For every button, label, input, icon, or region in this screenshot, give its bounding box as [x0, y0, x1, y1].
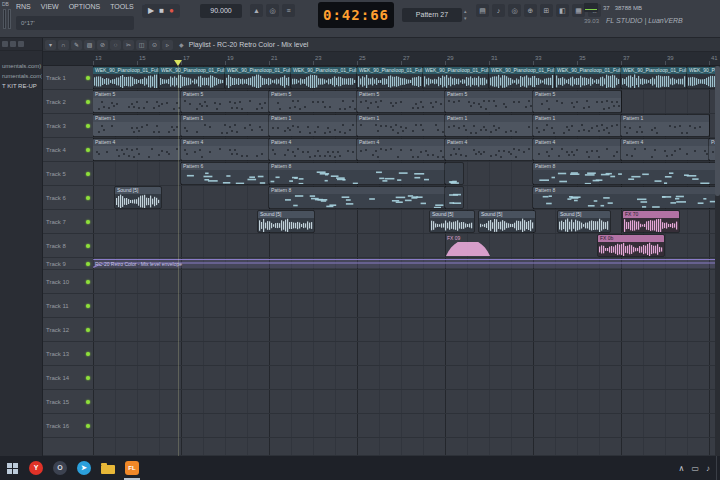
draw-tool-icon[interactable]: ✎: [71, 40, 82, 50]
track-header[interactable]: [43, 438, 93, 456]
magnet-icon[interactable]: ∩: [58, 40, 69, 50]
fl-studio-icon[interactable]: FL: [120, 456, 144, 480]
playlist-clip[interactable]: Pattern 1: [357, 115, 445, 136]
track-lane[interactable]: [93, 342, 720, 366]
track-lane[interactable]: WEK_90_Pianoloop_01_Full_EminWEK_90_Pian…: [93, 66, 720, 90]
playlist-clip[interactable]: Sound [5]: [258, 211, 314, 232]
multilink-icon[interactable]: ⊕: [524, 4, 537, 17]
playlist-clip[interactable]: FX 0b: [598, 235, 664, 256]
track-header[interactable]: Track 8: [43, 234, 93, 258]
track-mute-led-icon[interactable]: [86, 100, 90, 104]
track-header[interactable]: Track 1: [43, 66, 93, 90]
playlist-clip[interactable]: Pattern 4: [533, 139, 621, 160]
track-header[interactable]: Track 9: [43, 258, 93, 270]
playlist-clip[interactable]: WEK_90_Pianoloop_01_Full_Emin: [93, 67, 159, 88]
midi-icon[interactable]: ♪: [492, 4, 505, 17]
track-lane[interactable]: [93, 294, 720, 318]
playlist-clip[interactable]: Pattern 4: [445, 139, 533, 160]
playlist-clip[interactable]: WEK_90_Pianoloop_01_Full_Emin: [159, 67, 225, 88]
wait-input-icon[interactable]: ◎: [266, 4, 279, 17]
playlist-titlebar[interactable]: ▾∩✎▨⊘◌✂◫⊙▹ ◆ Playlist - RC-20 Retro Colo…: [43, 38, 720, 52]
track-mute-led-icon[interactable]: [86, 148, 90, 152]
track-lane[interactable]: [93, 414, 720, 438]
record-button[interactable]: ●: [169, 4, 174, 18]
playlist-clip[interactable]: Pattern 5: [445, 91, 533, 112]
track-header[interactable]: Track 13: [43, 342, 93, 366]
track-mute-led-icon[interactable]: [86, 352, 90, 356]
track-lane[interactable]: Sound [5]Sound [5]Sound [5]Sound [5]FX 7…: [93, 210, 720, 234]
track-header[interactable]: Track 7: [43, 210, 93, 234]
menu-item-rns[interactable]: RNS: [16, 3, 31, 10]
playlist-clip[interactable]: Pattern 5: [533, 91, 621, 112]
playlist-clip[interactable]: Pattern 5: [357, 91, 445, 112]
tray-volume-icon[interactable]: ♪: [706, 464, 710, 473]
playlist-clip[interactable]: Pattern 5: [269, 91, 357, 112]
playlist-clip[interactable]: Pattern 6: [181, 163, 269, 184]
playlist-clip[interactable]: Pattern 1: [269, 115, 357, 136]
playlist-clip[interactable]: Pattern 4: [93, 139, 181, 160]
playlist-clip[interactable]: Pattern 5: [181, 91, 269, 112]
tray-expand-icon[interactable]: ∧: [679, 464, 685, 473]
track-header[interactable]: Track 5: [43, 162, 93, 186]
telegram-icon[interactable]: ➤: [72, 456, 96, 480]
tray-notification-icon[interactable]: ▭: [691, 464, 699, 473]
playlist-clip[interactable]: [445, 187, 463, 208]
track-mute-led-icon[interactable]: [86, 400, 90, 404]
track-lane[interactable]: Pattern 4Pattern 4Pattern 4Pattern 4Patt…: [93, 138, 720, 162]
playlist-clip[interactable]: Pattern 4: [269, 139, 357, 160]
show-desktop-button[interactable]: [716, 456, 720, 480]
playlist-clip[interactable]: Pattern 1: [621, 115, 709, 136]
time-display[interactable]: 0:42:66: [318, 2, 394, 28]
playlist-clip[interactable]: Pattern 1: [93, 115, 181, 136]
track-mute-led-icon[interactable]: [86, 304, 90, 308]
track-mute-led-icon[interactable]: [86, 196, 90, 200]
play-button[interactable]: ▶: [148, 4, 154, 18]
mute-tool-icon[interactable]: ◌: [110, 40, 121, 50]
playlist-grid[interactable]: WEK_90_Pianoloop_01_Full_EminWEK_90_Pian…: [93, 66, 720, 456]
track-lane[interactable]: [93, 438, 720, 456]
menu-item-view[interactable]: VIEW: [41, 3, 59, 10]
track-mute-led-icon[interactable]: [86, 262, 90, 266]
track-mute-led-icon[interactable]: [86, 76, 90, 80]
stop-button[interactable]: ■: [159, 4, 164, 18]
search-icon[interactable]: O: [48, 456, 72, 480]
step-edit-icon[interactable]: ≡: [282, 4, 295, 17]
track-header[interactable]: Track 15: [43, 390, 93, 414]
track-mute-led-icon[interactable]: [86, 376, 90, 380]
track-header[interactable]: Track 16: [43, 414, 93, 438]
track-header[interactable]: Track 3: [43, 114, 93, 138]
playlist-clip[interactable]: Sound [5]: [479, 211, 535, 232]
track-header[interactable]: Track 10: [43, 270, 93, 294]
track-lane[interactable]: Pattern 6Pattern 8Pattern 8: [93, 162, 720, 186]
metronome-icon[interactable]: ▲: [250, 4, 263, 17]
playlist-clip[interactable]: WEK_90_Pianoloop_01_Full_Emin: [423, 67, 489, 88]
playlist-clip[interactable]: Pattern 8: [269, 187, 445, 208]
track-lane[interactable]: [93, 270, 720, 294]
paint-tool-icon[interactable]: ▨: [84, 40, 95, 50]
menu-item-options[interactable]: OPTIONS: [69, 3, 101, 10]
track-lane[interactable]: Sound [5]Pattern 8Pattern 8: [93, 186, 720, 210]
track-header[interactable]: Track 12: [43, 318, 93, 342]
track-lane[interactable]: Pattern 5Pattern 5Pattern 5Pattern 5Patt…: [93, 90, 720, 114]
snap-icon[interactable]: ◧: [556, 4, 569, 17]
pattern-down-icon[interactable]: ▾: [464, 15, 467, 22]
browser-tool-icon[interactable]: [18, 41, 24, 47]
playlist-clip[interactable]: WEK_90_Pianoloop_01_Full_Emin: [357, 67, 423, 88]
track-mute-led-icon[interactable]: [86, 220, 90, 224]
automation-clip[interactable]: RC-20 Retro Color - Mix level envelope: [93, 259, 720, 268]
track-header[interactable]: Track 4: [43, 138, 93, 162]
playlist-clip[interactable]: Pattern 8: [533, 163, 720, 184]
typing-keyboard-icon[interactable]: ▤: [476, 4, 489, 17]
timeline-ruler[interactable]: 131517192123252729313335373941: [43, 52, 720, 66]
playlist-clip[interactable]: WEK_90_Pianoloop_01_Full_Emin: [225, 67, 291, 88]
delete-tool-icon[interactable]: ⊘: [97, 40, 108, 50]
playlist-clip[interactable]: FX 09: [445, 235, 491, 256]
playlist-clip[interactable]: Pattern 1: [181, 115, 269, 136]
track-mute-led-icon[interactable]: [86, 244, 90, 248]
playlist-clip[interactable]: FX 70: [623, 211, 679, 232]
playlist-clip[interactable]: WEK_90_Pianoloop_01_Full_Emin: [489, 67, 555, 88]
track-lane[interactable]: [93, 390, 720, 414]
zoom-tool-icon[interactable]: ⊙: [149, 40, 160, 50]
track-header[interactable]: Track 6: [43, 186, 93, 210]
track-header[interactable]: Track 2: [43, 90, 93, 114]
